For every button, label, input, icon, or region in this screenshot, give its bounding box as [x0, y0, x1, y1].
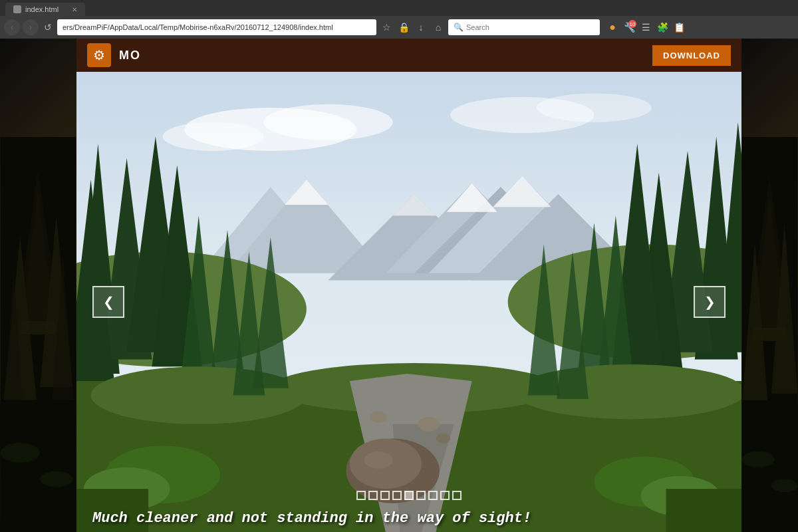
- menu-button[interactable]: ☰: [638, 20, 653, 35]
- forward-icon: ›: [29, 23, 32, 32]
- carousel-prev-button[interactable]: ❮: [92, 286, 124, 318]
- browser-toolbar: ‹ › ↺ ers/DreamPiF/AppData/Local/Temp/Mo…: [0, 16, 798, 39]
- extensions-badge: 10: [628, 20, 636, 28]
- app-header: ⚙ MO DOWNLOAD: [76, 39, 741, 72]
- svg-point-57: [436, 434, 451, 444]
- forward-button[interactable]: ›: [23, 19, 39, 35]
- carousel-dot-1[interactable]: [356, 491, 366, 500]
- carousel-dot-2[interactable]: [368, 491, 378, 500]
- address-text: ers/DreamPiF/AppData/Local/Temp/Mobirise…: [63, 23, 333, 31]
- carousel-dot-5[interactable]: [404, 491, 414, 500]
- carousel-dot-9[interactable]: [452, 491, 462, 500]
- extensions-button[interactable]: 🔧 10: [622, 20, 636, 35]
- carousel-dot-6[interactable]: [416, 491, 426, 500]
- svg-point-56: [418, 417, 440, 432]
- reload-button[interactable]: ↺: [41, 21, 55, 34]
- privacy-icon-button[interactable]: ●: [605, 20, 620, 35]
- app-area: ⚙ MO DOWNLOAD: [0, 39, 798, 532]
- addon-icon: 🧩: [657, 22, 668, 33]
- carousel-dot-7[interactable]: [428, 491, 438, 500]
- browser-toolbar-icons: ● 🔧 10 ☰ 🧩 📋: [605, 20, 686, 35]
- bookmark-button[interactable]: ☆: [379, 20, 394, 35]
- svg-point-71: [741, 452, 774, 467]
- carousel-dot-3[interactable]: [380, 491, 390, 500]
- download-app-button[interactable]: DOWNLOAD: [652, 45, 731, 66]
- carousel-next-button[interactable]: ❯: [694, 286, 726, 318]
- gear-icon-wrap: ⚙: [87, 43, 111, 67]
- download-browser-button[interactable]: ↓: [414, 20, 428, 35]
- bookmark-icon: ☆: [382, 22, 391, 33]
- history-icon: 📋: [674, 22, 685, 33]
- svg-point-8: [1, 443, 40, 463]
- slider-area: ❮ ❯ Much cleaner and not standing in the…: [76, 72, 741, 532]
- browser-tabs: index.html ✕: [0, 0, 798, 16]
- carousel-dot-8[interactable]: [440, 491, 450, 500]
- svg-point-13: [163, 122, 263, 151]
- browser-chrome: index.html ✕ ‹ › ↺ ers/DreamPiF/AppData/…: [0, 0, 798, 39]
- carousel-dots: [356, 491, 462, 500]
- next-arrow-icon: ❯: [704, 294, 716, 310]
- left-sidebar-trees: [0, 137, 76, 532]
- slide-caption: Much cleaner and not standing in the way…: [92, 510, 726, 527]
- svg-point-58: [370, 411, 387, 422]
- download-icon: ↓: [419, 22, 424, 33]
- svg-rect-7: [1, 400, 76, 532]
- reload-icon: ↺: [44, 22, 52, 33]
- home-icon: ⌂: [436, 22, 441, 33]
- privacy-icon: ●: [609, 21, 616, 33]
- gear-icon: ⚙: [93, 47, 105, 63]
- back-icon: ‹: [11, 23, 13, 32]
- app-title: MO: [119, 49, 141, 63]
- search-icon: 🔍: [454, 23, 464, 32]
- address-bar[interactable]: ers/DreamPiF/AppData/Local/Temp/Mobirise…: [57, 19, 376, 35]
- menu-icon: ☰: [642, 22, 650, 33]
- svg-point-12: [263, 104, 393, 140]
- main-content: ⚙ MO DOWNLOAD: [76, 39, 741, 532]
- right-sidebar-trees: [741, 137, 798, 532]
- search-bar[interactable]: 🔍: [448, 19, 600, 35]
- tab-favicon: [13, 5, 21, 13]
- svg-point-9: [40, 471, 72, 487]
- carousel-dot-4[interactable]: [392, 491, 402, 500]
- history-button[interactable]: 📋: [672, 20, 686, 35]
- back-button[interactable]: ‹: [4, 19, 20, 35]
- svg-point-51: [364, 452, 392, 469]
- right-sidebar: [741, 39, 798, 532]
- search-input[interactable]: [466, 23, 586, 31]
- svg-point-72: [771, 479, 798, 493]
- active-tab[interactable]: index.html ✕: [5, 3, 85, 16]
- addon-button[interactable]: 🧩: [655, 20, 670, 35]
- tab-close-button[interactable]: ✕: [72, 6, 77, 13]
- prev-arrow-icon: ❮: [103, 294, 114, 310]
- left-sidebar: [0, 39, 76, 532]
- landscape-image: [76, 72, 741, 532]
- lock-button[interactable]: 🔒: [396, 20, 411, 35]
- svg-point-15: [537, 93, 652, 122]
- tab-label: index.html: [25, 5, 59, 13]
- home-button[interactable]: ⌂: [431, 20, 446, 35]
- lock-icon: 🔒: [398, 22, 410, 33]
